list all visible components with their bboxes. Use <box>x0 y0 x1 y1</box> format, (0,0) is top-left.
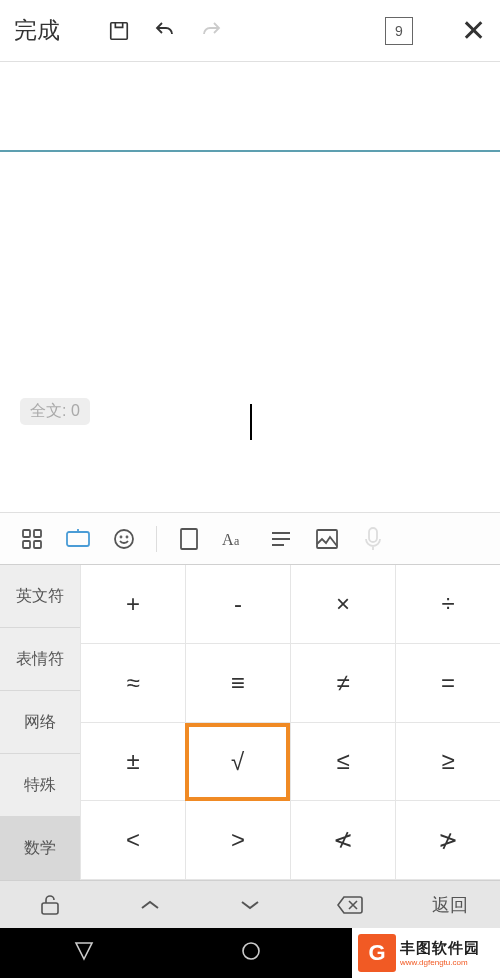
watermark-title: 丰图软件园 <box>400 939 480 958</box>
symbol-divide[interactable]: ÷ <box>395 565 500 644</box>
emoji-icon[interactable] <box>110 525 138 553</box>
symbol-lt[interactable]: < <box>80 801 185 880</box>
svg-rect-3 <box>23 541 30 548</box>
nav-home-icon[interactable] <box>241 941 261 965</box>
symbol-equiv[interactable]: ≡ <box>185 644 290 723</box>
nav-back-icon[interactable] <box>74 941 94 965</box>
top-toolbar: 完成 9 ✕ <box>0 0 500 62</box>
svg-point-7 <box>121 536 122 537</box>
paragraph-icon[interactable] <box>267 525 295 553</box>
document-header-area <box>0 62 500 152</box>
toolbar-divider <box>156 526 157 552</box>
symbol-ngt[interactable]: ≯ <box>395 801 500 880</box>
symbol-approx[interactable]: ≈ <box>80 644 185 723</box>
return-button[interactable]: 返回 <box>400 893 500 917</box>
category-network[interactable]: 网络 <box>0 691 80 754</box>
keyboard-bottom-row: 返回 <box>0 880 500 928</box>
svg-point-6 <box>115 530 133 548</box>
input-toolbar: Aa <box>0 512 500 564</box>
svg-rect-15 <box>317 530 337 548</box>
svg-rect-0 <box>111 22 128 39</box>
watermark-url: www.dgfengtu.com <box>400 958 480 967</box>
category-column: 英文符 表情符 网络 特殊 数学 <box>0 565 80 880</box>
symbol-minus[interactable]: - <box>185 565 290 644</box>
svg-rect-9 <box>181 529 197 549</box>
undo-icon[interactable] <box>152 18 178 44</box>
category-special[interactable]: 特殊 <box>0 754 80 817</box>
symbol-grid: + - × ÷ ≈ ≡ ≠ = ± √ ≤ ≥ < > ≮ ≯ <box>80 565 500 880</box>
save-icon[interactable] <box>106 18 132 44</box>
symbol-eq[interactable]: = <box>395 644 500 723</box>
symbol-pm[interactable]: ± <box>80 723 185 802</box>
page-indicator[interactable]: 9 <box>385 17 413 45</box>
collapse-up-button[interactable] <box>100 898 200 912</box>
apps-icon[interactable] <box>18 525 46 553</box>
done-button[interactable]: 完成 <box>14 15 60 46</box>
symbol-gt[interactable]: > <box>185 801 290 880</box>
image-icon[interactable] <box>313 525 341 553</box>
backspace-button[interactable] <box>300 895 400 915</box>
svg-point-18 <box>243 943 259 959</box>
svg-rect-2 <box>34 530 41 537</box>
document-canvas[interactable]: 全文: 0 <box>0 152 500 512</box>
symbol-plus[interactable]: + <box>80 565 185 644</box>
mic-icon[interactable] <box>359 525 387 553</box>
redo-icon[interactable] <box>198 18 224 44</box>
text-cursor <box>250 404 252 440</box>
close-button[interactable]: ✕ <box>461 13 486 48</box>
lock-toggle-button[interactable] <box>0 894 100 916</box>
svg-text:a: a <box>234 534 240 548</box>
symbol-le[interactable]: ≤ <box>290 723 395 802</box>
word-count-badge: 全文: 0 <box>20 398 90 425</box>
page-settings-icon[interactable] <box>175 525 203 553</box>
svg-point-8 <box>127 536 128 537</box>
svg-text:A: A <box>222 531 234 548</box>
category-emoji[interactable]: 表情符 <box>0 628 80 691</box>
svg-rect-5 <box>67 532 89 546</box>
category-math[interactable]: 数学 <box>0 817 80 880</box>
symbol-ge[interactable]: ≥ <box>395 723 500 802</box>
symbol-nlt[interactable]: ≮ <box>290 801 395 880</box>
watermark-logo: G <box>358 934 396 972</box>
keyboard-icon[interactable] <box>64 525 92 553</box>
symbol-times[interactable]: × <box>290 565 395 644</box>
symbol-neq[interactable]: ≠ <box>290 644 395 723</box>
expand-down-button[interactable] <box>200 898 300 912</box>
symbol-keyboard: 英文符 表情符 网络 特殊 数学 + - × ÷ ≈ ≡ ≠ = ± √ ≤ ≥… <box>0 564 500 880</box>
category-english[interactable]: 英文符 <box>0 565 80 628</box>
svg-rect-16 <box>369 528 377 542</box>
svg-rect-17 <box>42 903 58 914</box>
font-icon[interactable]: Aa <box>221 525 249 553</box>
watermark: G 丰图软件园 www.dgfengtu.com <box>352 928 500 978</box>
svg-rect-4 <box>34 541 41 548</box>
svg-rect-1 <box>23 530 30 537</box>
symbol-sqrt[interactable]: √ <box>185 723 290 802</box>
